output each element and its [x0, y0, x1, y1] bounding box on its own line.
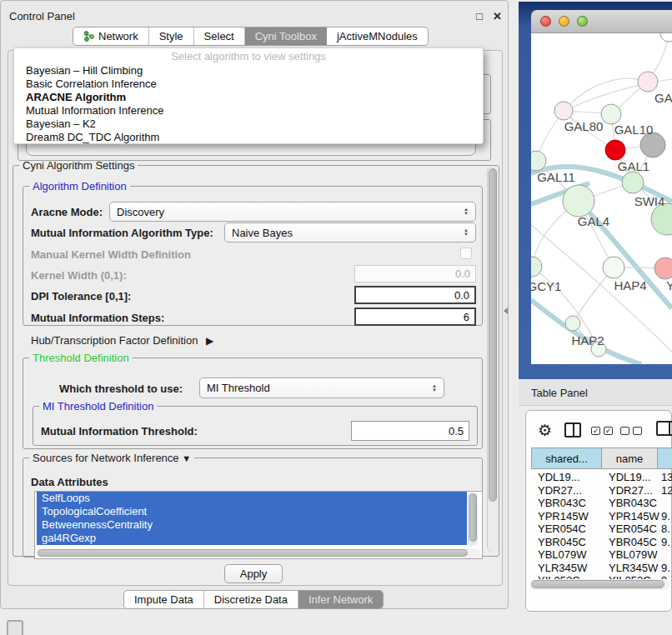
node-gal4[interactable]: [563, 185, 594, 217]
table-hscrollbar-thumb[interactable]: [531, 580, 664, 588]
attributes-list-scrollbar[interactable]: [468, 492, 478, 546]
list-item[interactable]: gal4RGexp: [37, 532, 467, 545]
popup-placeholder: Select algorithm to view settings: [14, 48, 483, 64]
table-row[interactable]: YLR345WYLR345W9.: [531, 562, 672, 575]
list-item[interactable]: BetweennessCentrality: [37, 518, 467, 532]
node-salmon[interactable]: [654, 258, 672, 279]
aracne-mode-label: Aracne Mode:: [31, 206, 103, 218]
apply-button[interactable]: Apply: [224, 564, 283, 583]
tab-jactivemnodules[interactable]: jActiveMNodules: [327, 28, 428, 45]
node-gal1[interactable]: [622, 172, 644, 193]
network-icon: [83, 31, 94, 42]
zoom-traffic-light-icon[interactable]: [577, 16, 588, 27]
close-traffic-light-icon[interactable]: [540, 16, 551, 27]
menu-item[interactable]: Mutual Information Inference: [14, 104, 483, 118]
list-item[interactable]: TopologicalCoefficient: [37, 505, 467, 518]
algorithm-dropdown-popup: Select algorithm to view settings Bayesi…: [13, 48, 484, 144]
node-label: SWI4: [634, 194, 665, 208]
table-body: YDL19...YDL19...13 YDR27...YDR27...12 YB…: [531, 471, 672, 579]
node-label: GAL1: [618, 159, 649, 173]
table-header: shared... name: [531, 448, 672, 469]
table-header-col3[interactable]: [658, 448, 672, 469]
close-window-icon[interactable]: ✕: [493, 10, 502, 22]
table-row[interactable]: YBR045CYBR045C9.: [531, 536, 672, 549]
node-label: HAP2: [571, 333, 604, 348]
mi-type-label: Mutual Information Algorithm Type:: [31, 227, 213, 239]
minimized-panel-chip[interactable]: [7, 620, 23, 635]
select-all-checkbox-icon[interactable]: ✓: [591, 427, 600, 435]
node-red-selected[interactable]: [605, 140, 625, 160]
table-row[interactable]: YBR043CYBR043C: [531, 497, 672, 510]
node-partial-top[interactable]: [660, 33, 672, 42]
tab-impute-data[interactable]: Impute Data: [124, 591, 204, 608]
manual-kernel-checkbox[interactable]: [460, 248, 472, 259]
split-columns-icon[interactable]: [564, 422, 581, 438]
mi-steps-label: Mutual Information Steps:: [31, 312, 164, 324]
mi-type-combobox[interactable]: Naive Bayes ▲▼: [224, 222, 476, 242]
panel-resize-handle[interactable]: [504, 308, 508, 314]
table-header-name[interactable]: name: [602, 448, 658, 469]
node-label: Y: [666, 278, 672, 292]
which-threshold-label: Which threshold to use:: [59, 382, 183, 395]
menu-item[interactable]: Basic Correlation Inference: [14, 78, 483, 91]
menu-item[interactable]: Bayesian – K2: [14, 118, 483, 131]
table-row[interactable]: YBL079WYBL079W: [531, 548, 672, 562]
table-row[interactable]: YDR27...YDR27...12: [531, 484, 672, 498]
tab-style[interactable]: Style: [149, 28, 194, 45]
manual-kernel-label: Manual Kernel Width Definition: [31, 248, 191, 261]
attributes-list-hscrollbar-thumb[interactable]: [38, 549, 468, 557]
deselect-checkbox-icon[interactable]: [633, 427, 642, 435]
menu-item[interactable]: Bayesian – Hill Climbing: [14, 64, 483, 78]
control-panel-tabs: Network Style Select Cyni Toolbox jActiv…: [73, 27, 429, 46]
node-hap4[interactable]: [603, 257, 624, 278]
network-window-titlebar[interactable]: [531, 10, 672, 33]
kernel-width-field[interactable]: 0.0: [354, 265, 476, 282]
aracne-mode-combobox[interactable]: Discovery ▲▼: [109, 202, 476, 222]
menu-item-selected[interactable]: ARACNE Algorithm: [14, 91, 483, 104]
cyni-bottom-tabs: Impute Data Discretize Data Infer Networ…: [123, 590, 384, 609]
node-label: GCY1: [531, 279, 561, 293]
table-header-shared-name[interactable]: shared...: [531, 448, 602, 469]
settings-scrollbar-thumb[interactable]: [489, 168, 497, 502]
node-gal10[interactable]: [601, 104, 621, 124]
float-window-icon[interactable]: □: [476, 10, 483, 22]
tab-select[interactable]: Select: [194, 28, 245, 45]
mi-threshold-field[interactable]: 0.5: [351, 421, 469, 441]
stepper-icon: ▲▼: [432, 384, 437, 392]
menu-item[interactable]: Dream8 DC_TDC Algorithm: [14, 131, 483, 144]
network-canvas[interactable]: GAL GAL80 GAL10 GAL1 GAL11 SWI4 GAL4 GCY…: [531, 33, 672, 364]
sources-legend[interactable]: Sources for Network Inference ▼: [29, 452, 194, 464]
dpi-tolerance-field[interactable]: 0.0: [354, 286, 476, 304]
table-hscrollbar[interactable]: [529, 579, 669, 590]
node-hap2[interactable]: [565, 316, 580, 331]
table-row[interactable]: YPR145WYPR145W9.: [531, 510, 672, 523]
table-row[interactable]: YDL19...YDL19...13: [531, 471, 672, 484]
tab-cyni-toolbox[interactable]: Cyni Toolbox: [245, 28, 327, 45]
tab-discretize-data[interactable]: Discretize Data: [204, 591, 298, 608]
threshold-definition-legend: Threshold Definition: [29, 352, 133, 364]
mi-threshold-label: Mutual Information Threshold:: [41, 425, 198, 438]
table-panel: ⚙ ✓ ✓ shared... name YDL19...YDL19...13 …: [525, 410, 672, 612]
tab-infer-network[interactable]: Infer Network: [298, 591, 383, 608]
table-row[interactable]: YER054CYER054C8.: [531, 522, 672, 536]
node-label: GAL80: [564, 119, 604, 133]
tab-network[interactable]: Network: [73, 28, 149, 45]
algorithm-definition-legend: Algorithm Definition: [29, 180, 130, 192]
data-attributes-label: Data Attributes: [31, 476, 108, 488]
deselect-checkbox-icon[interactable]: [620, 427, 629, 435]
node-label: GAL: [654, 91, 672, 105]
select-all-checkbox-icon[interactable]: ✓: [604, 427, 613, 435]
node-gal-partial[interactable]: [638, 72, 658, 92]
gear-icon[interactable]: ⚙: [538, 421, 552, 440]
list-item[interactable]: SelfLoops: [37, 492, 467, 505]
minimize-traffic-light-icon[interactable]: [559, 16, 569, 27]
attributes-list-hscrollbar[interactable]: [36, 548, 481, 558]
cyni-settings-legend: Cyni Algorithm Settings: [19, 159, 138, 172]
node-gal80[interactable]: [554, 102, 573, 120]
which-threshold-combobox[interactable]: MI Threshold ▲▼: [199, 378, 444, 398]
settings-scrollbar[interactable]: [487, 167, 498, 552]
mi-steps-field[interactable]: 6: [354, 308, 476, 326]
attributes-list-scrollbar-thumb[interactable]: [469, 493, 477, 542]
new-pane-icon[interactable]: [656, 421, 672, 436]
hub-definition-toggle[interactable]: Hub/Transcription Factor Definition ▶: [31, 334, 213, 347]
